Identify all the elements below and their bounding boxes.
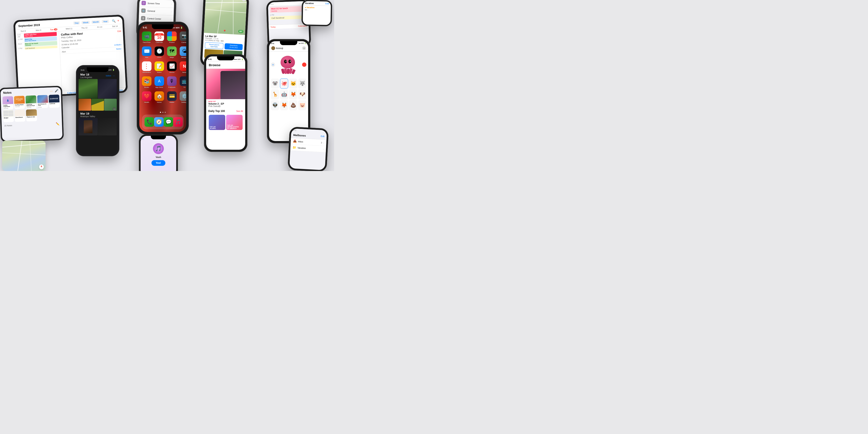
settings-general-label: General <box>147 9 155 12</box>
note-plants[interactable]: Plants to Get <box>26 109 37 122</box>
cal-view-month[interactable]: Month <box>91 20 100 24</box>
photos-select-button[interactable]: Select <box>106 75 111 77</box>
dock-safari[interactable]: 🧭 <box>154 117 164 127</box>
photos-more-icon[interactable]: ··· <box>113 74 115 77</box>
animoji-add-button[interactable]: + <box>271 62 275 67</box>
music-chart-us[interactable]: TOP 100UNITED STATESOF AMERICA <box>226 115 243 130</box>
note-art-venues[interactable]: Art Venues to Visit Sunday <box>37 95 48 108</box>
settings-row-general[interactable]: ⚙️ General › <box>139 7 174 16</box>
notes-mic-icon[interactable]: 🎤 <box>55 89 58 93</box>
calendar-search-icon[interactable]: 🔍 <box>112 19 116 23</box>
photo-portrait-1[interactable] <box>79 118 98 135</box>
photos-date-2: Mar 19 <box>80 112 115 115</box>
siri-back-button[interactable]: ‹ <box>142 137 144 141</box>
app-mail[interactable]: ✉️ Mail <box>142 46 152 58</box>
animoji-pig[interactable]: 🐷 <box>298 100 306 110</box>
app-tv[interactable]: 📺 TV <box>180 76 186 88</box>
cal-view-day[interactable]: Day <box>73 21 80 25</box>
map-background[interactable]: 68° 📍 <box>204 0 247 35</box>
app-reminders[interactable]: ● ● ● Reminders <box>142 61 152 73</box>
note-garage[interactable]: GARAGE GARAGE <box>49 94 60 108</box>
photo-item-4[interactable] <box>91 99 104 111</box>
photos-section-mar18: Mar 18 Los Angeles Select ··· <box>78 72 117 79</box>
animoji-sender-avatar: Animoji <box>271 46 283 50</box>
animoji-robot[interactable]: 🤖 <box>280 89 288 99</box>
app-books[interactable]: 📚 Books <box>142 76 152 88</box>
animoji-dog[interactable]: 🐺 <box>298 79 306 89</box>
vacation-event-label: ● Vacation <box>305 6 329 9</box>
photo-portrait-2[interactable] <box>98 118 117 135</box>
animoji-poop[interactable]: 💩 <box>289 100 297 110</box>
event-edit-button[interactable]: Edit <box>117 30 121 33</box>
event-calendar-value[interactable]: ● Work › <box>114 43 122 46</box>
animoji-giraffe[interactable]: 🦒 <box>271 89 279 99</box>
animoji-poodle[interactable]: 🐶 <box>298 89 306 99</box>
note-budget[interactable]: Budget <box>3 110 14 122</box>
cal-day-mon[interactable]: Mon 9 <box>31 28 46 32</box>
app-camera[interactable]: 📷 Camera <box>180 31 186 43</box>
animoji-octopus[interactable]: 🐙 <box>280 79 288 89</box>
animoji-bear[interactable]: 🐨 <box>271 79 279 89</box>
dock-messages[interactable]: 💬 <box>164 117 173 127</box>
app-health[interactable]: ❤️ Health <box>142 91 152 103</box>
calendar-month-title: September 2019 <box>18 23 40 28</box>
animoji-close-button[interactable]: ✕ <box>302 46 306 50</box>
note-yosemite[interactable]: Yosemite National Park Yesterday <box>25 95 36 109</box>
ios-wallpaper: 9:41 ●●● WiFi 🔋 📹 FaceTime TUE <box>139 24 186 132</box>
note-cycling[interactable]: CYCLING GUIDE Cycling Notes Yesterday <box>14 96 25 109</box>
cal-phone-event-cc[interactable]: Meet CC for lunchStarbelly <box>270 6 306 13</box>
dot-1 <box>160 112 161 113</box>
cal-view-year[interactable]: Year <box>102 20 109 23</box>
event-alert-value[interactable]: None › <box>116 48 122 50</box>
music-album-art[interactable] <box>206 69 245 99</box>
cal-phone-event-sandoval[interactable]: Call Sandoval <box>270 15 307 20</box>
app-stocks[interactable]: 📈 Stocks <box>167 61 177 73</box>
music-artist-name: Pink Sweat$ <box>208 105 243 107</box>
cal-view-week[interactable]: Week <box>82 21 90 24</box>
photos-more-icon-2[interactable]: ··· <box>113 107 116 111</box>
music-see-all-button[interactable]: See All <box>236 110 243 113</box>
cal-phone-today-btn[interactable]: Today <box>270 26 276 28</box>
music-chart-global[interactable]: TOP 100GLOBAL <box>209 115 225 130</box>
app-home[interactable]: 🏠 Home <box>155 91 164 103</box>
mail-edit-button[interactable]: Edit <box>321 135 324 138</box>
app-settings[interactable]: ⚙️ Settings <box>180 91 186 103</box>
animoji-cat[interactable]: 🐱 <box>289 79 297 89</box>
photos-icon <box>167 31 177 41</box>
photo-item-1[interactable] <box>79 79 98 98</box>
notes-icon: 📝 <box>155 61 164 71</box>
app-weather[interactable]: 🌤 Weather <box>180 46 186 58</box>
app-appstore[interactable]: A App Store <box>155 76 164 88</box>
photo-item-3[interactable] <box>79 99 91 111</box>
music-charts-row: TOP 100GLOBAL TOP 100UNITED STATESOF AME… <box>206 114 245 131</box>
animoji-alien[interactable]: 👽 <box>271 100 279 110</box>
siri-yes-button[interactable]: Yes! <box>152 160 165 166</box>
map-location-button[interactable]: 📍 <box>39 164 44 169</box>
app-facetime[interactable]: 📹 FaceTime <box>142 31 152 43</box>
vacation-edit-button[interactable]: Edit <box>325 2 329 5</box>
app-photos[interactable]: Photos <box>167 31 177 43</box>
photo-item-2[interactable] <box>98 79 117 98</box>
cal-day-tue[interactable]: Tue 10 <box>46 28 61 31</box>
note-sketchbook[interactable]: Sketchbook <box>14 110 26 122</box>
animoji-fox[interactable]: 🦊 <box>289 89 297 99</box>
notes-compose-icon[interactable]: ✏️ <box>56 122 59 126</box>
animoji-red-panda[interactable]: 🦊 <box>280 100 288 110</box>
app-calendar[interactable]: TUE 10 Calendar <box>155 31 164 43</box>
app-podcasts[interactable]: 🎙 Podcasts <box>167 76 177 88</box>
page-dots <box>139 112 186 113</box>
map-reservations-button[interactable]: ReservationsOpenTable <box>205 42 223 49</box>
map-directions-button[interactable]: Directions10 min drive <box>224 43 243 50</box>
app-news[interactable]: N News <box>180 61 186 73</box>
dock-phone[interactable]: 📞 <box>145 117 154 127</box>
app-clock[interactable]: 🕐 Clock <box>155 46 164 58</box>
app-notes[interactable]: 📝 Notes <box>155 61 164 73</box>
app-wallet[interactable]: 💳 Wallet <box>167 91 177 103</box>
record-button[interactable] <box>302 62 306 67</box>
app-maps[interactable]: 🗺 Maps <box>167 46 177 58</box>
note-outfits[interactable]: 👗 Outfits Inspiration Yesterday <box>2 96 13 110</box>
notes-more-icon[interactable]: ··· <box>50 89 53 93</box>
calendar-add-icon[interactable]: + <box>117 19 119 23</box>
siri-content: 🎵 Vash Yes! <box>141 141 176 168</box>
dock-music[interactable]: 🎵 <box>173 117 183 127</box>
